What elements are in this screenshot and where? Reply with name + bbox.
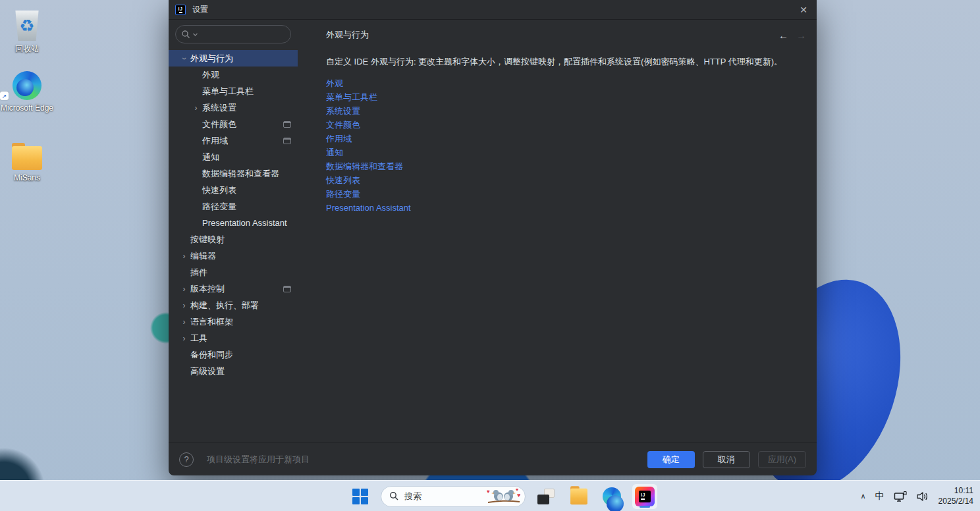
- tree-item-label: 作用域: [202, 135, 228, 147]
- ok-button[interactable]: 确定: [647, 451, 695, 468]
- forward-arrow-icon: →: [796, 30, 806, 41]
- tree-item-label: 快速列表: [202, 184, 236, 196]
- edge-icon: [603, 487, 621, 506]
- tree-item-通知[interactable]: 通知: [169, 149, 298, 165]
- start-button[interactable]: [348, 484, 373, 509]
- chevron-right-icon[interactable]: ›: [180, 284, 188, 294]
- tray-clock[interactable]: 10:11 2025/2/14: [939, 486, 973, 506]
- per-project-settings-icon: [283, 138, 291, 144]
- tree-item-label: 构建、执行、部署: [190, 300, 259, 311]
- chevron-right-icon[interactable]: ›: [180, 317, 188, 327]
- tree-item-label: 编辑器: [190, 250, 216, 262]
- tree-item-备份和同步[interactable]: 备份和同步: [169, 346, 298, 363]
- desktop-icon-recycle-bin[interactable]: ♻ 回收站: [0, 7, 55, 54]
- chevron-right-icon[interactable]: ›: [180, 301, 188, 310]
- tree-item-label: 语言和框架: [190, 316, 233, 328]
- intellij-idea-icon: IJ: [635, 487, 655, 506]
- settings-link-菜单与工具栏[interactable]: 菜单与工具栏: [326, 90, 377, 104]
- chevron-right-icon[interactable]: ›: [180, 334, 188, 343]
- tree-item-label: 外观: [202, 69, 219, 81]
- tree-item-label: Presentation Assistant: [202, 218, 287, 228]
- tree-item-高级设置[interactable]: 高级设置: [169, 363, 298, 379]
- tree-item-label: 版本控制: [190, 283, 225, 295]
- ime-indicator[interactable]: 中: [875, 491, 885, 502]
- chevron-right-icon[interactable]: ›: [180, 252, 188, 261]
- tree-item-label: 数据编辑器和查看器: [202, 168, 279, 180]
- network-icon[interactable]: [894, 491, 907, 502]
- tree-item-label: 菜单与工具栏: [202, 86, 254, 97]
- tree-item-插件[interactable]: 插件: [169, 264, 298, 281]
- dialog-title: 设置: [192, 4, 208, 15]
- settings-link-文件颜色[interactable]: 文件颜色: [326, 118, 360, 132]
- intellij-idea-taskbar-button[interactable]: IJ: [632, 484, 657, 509]
- task-view-button[interactable]: [533, 484, 558, 509]
- settings-link-Presentation Assistant[interactable]: Presentation Assistant: [326, 201, 411, 215]
- tree-item-label: 按键映射: [190, 234, 225, 246]
- tree-item-路径变量[interactable]: 路径变量: [169, 198, 298, 215]
- volume-icon[interactable]: [916, 491, 929, 502]
- settings-content: 外观与行为 ← → 自定义 IDE 外观与行为: 更改主题和字体大小，调整按键映…: [298, 20, 817, 443]
- settings-link-作用域[interactable]: 作用域: [326, 132, 352, 146]
- settings-dialog: IJ 设置 ✕ ›外观与行为外观菜单与工具栏›系统设置文件颜色作用域通知数据编辑…: [169, 0, 817, 475]
- tree-item-外观与行为[interactable]: ›外观与行为: [169, 50, 298, 67]
- tree-item-Presentation Assistant[interactable]: Presentation Assistant: [169, 215, 298, 231]
- edge-icon: [13, 71, 41, 100]
- tree-item-作用域[interactable]: 作用域: [169, 132, 298, 149]
- settings-link-通知[interactable]: 通知: [326, 146, 343, 159]
- settings-tree: ›外观与行为外观菜单与工具栏›系统设置文件颜色作用域通知数据编辑器和查看器快速列…: [169, 50, 298, 379]
- search-icon: [181, 30, 191, 40]
- tree-item-菜单与工具栏[interactable]: 菜单与工具栏: [169, 83, 298, 99]
- tree-item-label: 高级设置: [190, 365, 225, 377]
- intellij-idea-logo-icon: IJ: [175, 5, 186, 15]
- section-link-list: 外观菜单与工具栏系统设置文件颜色作用域通知数据编辑器和查看器快速列表路径变量Pr…: [326, 76, 806, 215]
- tree-item-外观[interactable]: 外观: [169, 67, 298, 83]
- tree-item-按键映射[interactable]: 按键映射: [169, 231, 298, 248]
- svg-text:♥: ♥: [517, 492, 520, 498]
- close-icon[interactable]: ✕: [790, 0, 817, 20]
- tree-item-快速列表[interactable]: 快速列表: [169, 182, 298, 198]
- search-highlight-birds-image[interactable]: ♥ ♥ ♥: [487, 488, 521, 505]
- desktop-icon-misans[interactable]: MiSans: [0, 136, 55, 183]
- tree-item-工具[interactable]: ›工具: [169, 330, 298, 346]
- dialog-footer: ? 项目级设置将应用于新项目 确定 取消 应用(A): [169, 443, 817, 475]
- tree-item-label: 通知: [202, 151, 219, 163]
- file-explorer-button[interactable]: [566, 484, 591, 509]
- settings-search-input[interactable]: [175, 25, 291, 43]
- taskbar: 搜索 ♥ ♥ ♥ IJ: [0, 480, 980, 511]
- apply-button: 应用(A): [758, 451, 806, 468]
- file-explorer-icon: [570, 488, 587, 504]
- help-icon[interactable]: ?: [179, 452, 194, 467]
- settings-link-系统设置[interactable]: 系统设置: [326, 104, 360, 118]
- windows-logo-icon: [352, 489, 368, 504]
- tree-item-label: 外观与行为: [190, 53, 233, 65]
- tree-item-语言和框架[interactable]: ›语言和框架: [169, 313, 298, 330]
- settings-sidebar: ›外观与行为外观菜单与工具栏›系统设置文件颜色作用域通知数据编辑器和查看器快速列…: [169, 20, 298, 443]
- edge-taskbar-button[interactable]: [599, 484, 624, 509]
- chevron-right-icon[interactable]: ›: [192, 103, 200, 113]
- section-description: 自定义 IDE 外观与行为: 更改主题和字体大小，调整按键映射，配置插件和系统设…: [326, 55, 806, 68]
- dialog-titlebar[interactable]: IJ 设置 ✕: [169, 0, 817, 20]
- settings-link-外观[interactable]: 外观: [326, 76, 343, 90]
- footer-note: 项目级设置将应用于新项目: [207, 454, 310, 466]
- tree-item-文件颜色[interactable]: 文件颜色: [169, 116, 298, 132]
- chevron-down-icon[interactable]: ›: [180, 54, 189, 63]
- tree-item-系统设置[interactable]: ›系统设置: [169, 99, 298, 116]
- cancel-button[interactable]: 取消: [703, 451, 750, 468]
- folder-icon: [12, 146, 42, 170]
- taskbar-search-input[interactable]: 搜索 ♥ ♥ ♥: [381, 486, 526, 507]
- recycle-bin-icon: ♻: [14, 11, 40, 41]
- tree-item-数据编辑器和查看器[interactable]: 数据编辑器和查看器: [169, 165, 298, 182]
- settings-link-路径变量[interactable]: 路径变量: [326, 187, 360, 201]
- tray-overflow-chevron-icon[interactable]: ∧: [861, 492, 866, 500]
- desktop-icon-label: MiSans: [0, 173, 55, 183]
- search-icon: [389, 491, 399, 501]
- settings-link-数据编辑器和查看器[interactable]: 数据编辑器和查看器: [326, 159, 403, 173]
- tree-item-构建、执行、部署[interactable]: ›构建、执行、部署: [169, 297, 298, 313]
- tray-time: 10:11: [939, 486, 973, 497]
- desktop-icon-microsoft-edge[interactable]: ↗ Microsoft Edge: [0, 66, 55, 113]
- back-arrow-icon[interactable]: ←: [778, 30, 788, 41]
- settings-link-快速列表[interactable]: 快速列表: [326, 173, 360, 187]
- tree-item-版本控制[interactable]: ›版本控制: [169, 281, 298, 297]
- tree-item-编辑器[interactable]: ›编辑器: [169, 248, 298, 264]
- tray-date: 2025/2/14: [939, 497, 973, 507]
